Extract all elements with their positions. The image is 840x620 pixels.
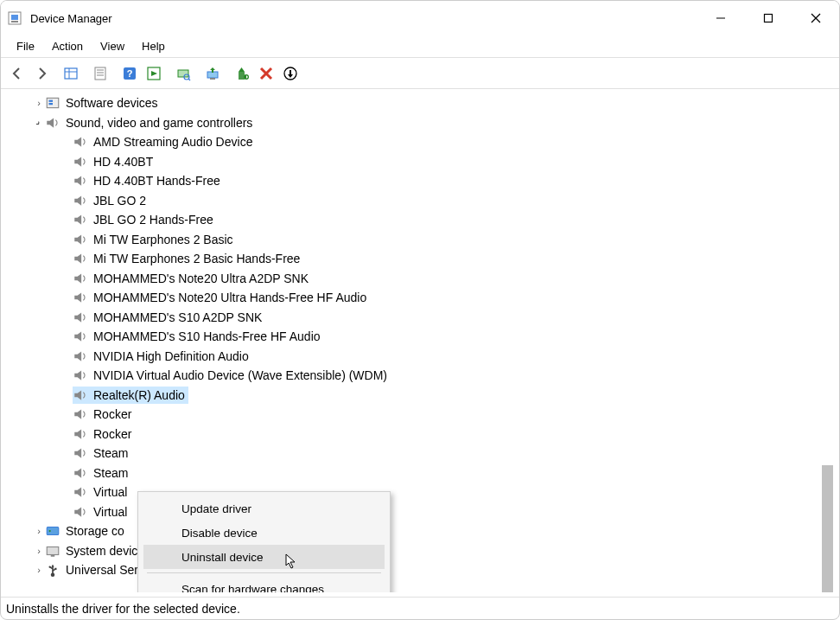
title-bar: Device Manager	[1, 1, 839, 35]
device-label: Steam	[93, 446, 128, 460]
svg-rect-32	[47, 546, 59, 554]
status-bar: Uninstalls the driver for the selected d…	[1, 597, 839, 619]
help-button[interactable]: ?	[118, 62, 141, 85]
svg-rect-1	[11, 15, 18, 20]
svg-rect-30	[47, 527, 59, 535]
menu-help[interactable]: Help	[133, 37, 174, 55]
ctx-separator	[147, 572, 381, 573]
device-row[interactable]: Steam	[5, 463, 835, 483]
speaker-icon	[73, 426, 88, 442]
disable-device-button[interactable]	[255, 62, 277, 85]
menu-bar: File Action View Help	[1, 35, 839, 58]
device-label: NVIDIA High Definition Audio	[93, 349, 249, 363]
system-category-icon	[45, 543, 60, 559]
device-row[interactable]: Virtual	[5, 483, 835, 502]
device-row[interactable]: MOHAMMED's S10 Hands-Free HF Audio	[5, 327, 835, 347]
device-row[interactable]: JBL GO 2	[5, 191, 835, 211]
close-button[interactable]	[792, 1, 839, 35]
device-row[interactable]: NVIDIA High Definition Audio	[5, 347, 835, 367]
chevron-right-icon[interactable]: ›	[33, 565, 45, 575]
speaker-icon	[73, 154, 88, 169]
svg-rect-22	[239, 72, 245, 80]
chevron-right-icon[interactable]: ›	[33, 526, 45, 536]
svg-rect-37	[54, 568, 56, 570]
device-label: NVIDIA Virtual Audio Device (Wave Extens…	[93, 368, 387, 382]
minimize-button[interactable]	[697, 1, 744, 35]
device-row[interactable]: JBL GO 2 Hands-Free	[5, 210, 835, 230]
device-row[interactable]: HD 4.40BT	[5, 152, 835, 172]
update-driver-button[interactable]	[201, 62, 224, 85]
device-row[interactable]: NVIDIA Virtual Audio Device (Wave Extens…	[5, 366, 835, 386]
speaker-icon	[73, 134, 88, 150]
speaker-icon	[73, 387, 88, 403]
category-label: Sound, video and game controllers	[66, 116, 252, 130]
device-row[interactable]: Rocker	[5, 425, 835, 444]
device-label: Virtual	[93, 485, 127, 499]
speaker-icon	[73, 484, 88, 500]
ctx-scan-hardware[interactable]: Scan for hardware changes	[143, 577, 385, 595]
device-label: MOHAMMED's Note20 Ultra A2DP SNK	[93, 272, 309, 285]
ctx-update-driver[interactable]: Update driver	[143, 496, 385, 521]
toolbar: ?	[1, 58, 839, 89]
menu-file[interactable]: File	[8, 37, 43, 55]
scrollbar-thumb[interactable]	[822, 465, 833, 595]
svg-rect-4	[764, 15, 772, 22]
device-row[interactable]: AMD Streaming Audio Device	[5, 132, 835, 152]
ctx-disable-device[interactable]: Disable device	[143, 521, 385, 545]
svg-rect-29	[49, 103, 54, 105]
device-row[interactable]: Mi TW Earphones 2 Basic	[5, 230, 835, 250]
uninstall-device-button[interactable]	[279, 62, 302, 85]
action-button[interactable]	[143, 62, 165, 85]
category-sound-video-game[interactable]: › Sound, video and game controllers	[5, 113, 835, 133]
category-usb[interactable]: › Universal Serial Bus controllers	[5, 560, 835, 580]
ctx-uninstall-device[interactable]: Uninstall device	[143, 545, 385, 569]
svg-rect-17	[178, 70, 188, 77]
speaker-icon	[73, 504, 88, 520]
svg-rect-2	[11, 21, 18, 22]
speaker-icon	[73, 406, 88, 422]
device-label: AMD Streaming Audio Device	[93, 135, 252, 149]
maximize-button[interactable]	[744, 1, 792, 35]
category-system-devices[interactable]: › System devices	[5, 541, 835, 561]
properties-button[interactable]	[89, 62, 111, 85]
device-row[interactable]: Virtual	[5, 502, 835, 522]
device-label: Realtek(R) Audio	[93, 388, 185, 402]
speaker-icon	[73, 290, 88, 305]
chevron-right-icon[interactable]: ›	[33, 98, 45, 108]
device-label: Rocker	[93, 407, 131, 421]
svg-rect-28	[49, 100, 54, 102]
menu-action[interactable]: Action	[43, 37, 92, 55]
device-row[interactable]: HD 4.40BT Hands-Free	[5, 171, 835, 191]
show-hide-tree-button[interactable]	[60, 62, 82, 85]
device-row[interactable]: MOHAMMED's Note20 Ultra A2DP SNK	[5, 269, 835, 289]
speaker-category-icon	[45, 115, 60, 131]
device-row[interactable]: Steam	[5, 444, 835, 463]
chevron-right-icon[interactable]: ›	[33, 546, 45, 556]
speaker-icon	[73, 465, 88, 481]
forward-button[interactable]	[30, 62, 53, 85]
device-row[interactable]: Rocker	[5, 405, 835, 425]
device-tree-area: › Software devices › Sound, video and ga…	[3, 91, 837, 595]
device-label: JBL GO 2	[93, 194, 146, 208]
device-label: MOHAMMED's Note20 Ultra Hands-Free HF Au…	[93, 291, 366, 304]
device-row[interactable]: Mi TW Earphones 2 Basic Hands-Free	[5, 249, 835, 269]
device-tree[interactable]: › Software devices › Sound, video and ga…	[5, 93, 835, 592]
speaker-icon	[73, 368, 88, 383]
svg-rect-7	[65, 68, 77, 79]
scan-hardware-button[interactable]	[172, 62, 194, 85]
device-label: HD 4.40BT	[93, 155, 153, 169]
category-storage[interactable]: › Storage co	[5, 521, 835, 541]
category-label: Storage co	[66, 524, 124, 538]
svg-line-19	[188, 79, 190, 80]
enable-device-button[interactable]	[231, 62, 253, 85]
device-row[interactable]: MOHAMMED's Note20 Ultra Hands-Free HF Au…	[5, 288, 835, 308]
category-software-devices[interactable]: › Software devices	[5, 93, 835, 113]
device-label: Steam	[93, 466, 128, 480]
category-label: Software devices	[66, 96, 158, 110]
device-row[interactable]: MOHAMMED's S10 A2DP SNK	[5, 308, 835, 328]
context-menu: Update driver Disable device Uninstall d…	[137, 491, 391, 595]
back-button[interactable]	[6, 62, 29, 85]
svg-rect-10	[95, 67, 105, 80]
menu-view[interactable]: View	[92, 37, 133, 55]
device-row[interactable]: Realtek(R) Audio	[5, 386, 835, 406]
